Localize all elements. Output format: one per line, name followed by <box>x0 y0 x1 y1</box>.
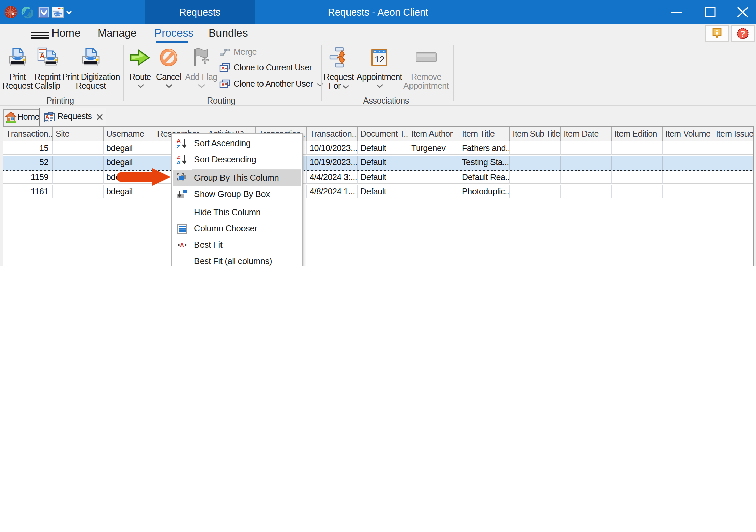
svg-text:A: A <box>221 82 225 87</box>
svg-text:A: A <box>176 138 180 144</box>
svg-text:Z: Z <box>176 143 180 149</box>
svg-text:?: ? <box>740 29 745 38</box>
svg-text:Z: Z <box>176 154 180 160</box>
svg-text:A: A <box>221 65 225 71</box>
svg-text:A: A <box>179 242 184 249</box>
svg-text:12: 12 <box>375 54 384 64</box>
svg-text:A: A <box>45 114 49 120</box>
svg-text:A: A <box>176 160 180 165</box>
